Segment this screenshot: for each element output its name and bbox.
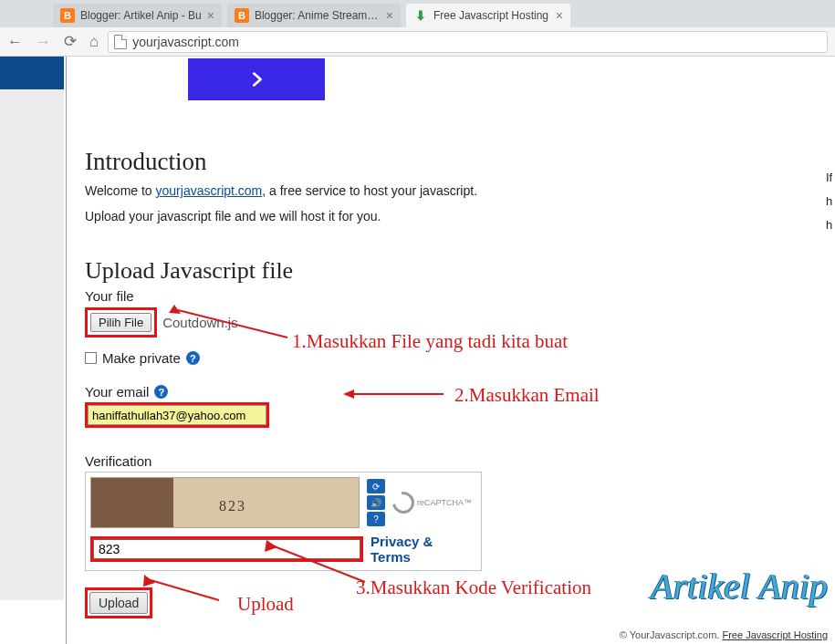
annotation-box: Upload [85,587,152,618]
tab-blogger-1[interactable]: B Blogger: Artikel Anip - Bu × [53,4,222,27]
help-icon[interactable]: ? [186,351,200,365]
private-checkbox[interactable] [85,352,97,364]
tab-strip: B Blogger: Artikel Anip - Bu × B Blogger… [0,0,835,27]
email-label: Your email [85,384,149,400]
outer-body-fragment [0,89,64,600]
tab-title: Free Javascript Hosting [433,9,550,22]
text: , a free service to host your javascript… [262,183,477,198]
address-bar[interactable]: yourjavascript.com [108,31,828,53]
help-icon[interactable]: ? [154,385,168,399]
footer-link[interactable]: Free Javascript Hosting [722,629,828,640]
close-icon[interactable]: × [386,8,393,23]
captcha-digits: 823 [219,498,246,514]
upload-button[interactable]: Upload [89,592,148,614]
annotation-box [85,402,269,428]
verification-label: Verification [85,453,817,469]
hero-next-button[interactable] [188,58,325,100]
email-field[interactable] [88,405,266,425]
annotation-box: Pilih File [85,307,157,338]
captcha-widget: 823 ⟳ 🔊 ? reCAPTCHA™ Privacy & Terms [85,472,482,571]
close-icon[interactable]: × [556,8,563,23]
tab-active[interactable]: ⬇ Free Javascript Hosting × [406,4,570,27]
tab-blogger-2[interactable]: B Blogger: Anime Streaming × [227,4,401,27]
tab-title: Blogger: Artikel Anip - Bu [80,9,202,22]
file-label: Your file [85,288,817,304]
intro-line1: Welcome to yourjavascript.com, a free se… [85,182,817,202]
recaptcha-logo: reCAPTCHA™ [392,492,472,514]
site-icon: ⬇ [413,8,428,23]
annotation-box [90,536,363,562]
captcha-audio-icon[interactable]: 🔊 [367,495,385,510]
url-text: yourjavascript.com [132,35,239,49]
captcha-image: 823 [90,477,360,528]
text: Welcome to [85,183,156,198]
outer-header-fragment [0,57,64,89]
forward-icon[interactable]: → [36,34,51,49]
intro-line2: Upload your javascript file and we will … [85,207,817,227]
recaptcha-icon [388,488,418,518]
captcha-input[interactable] [93,539,360,559]
captcha-refresh-icon[interactable]: ⟳ [367,479,385,493]
recaptcha-text: reCAPTCHA™ [417,498,472,507]
blogger-icon: B [235,8,249,23]
private-label: Make private [102,350,181,366]
chevron-right-icon [246,69,266,89]
cutoff-text: If h h [826,166,835,237]
upload-heading: Upload Javascript file [85,257,817,285]
intro-heading: Introduction [85,148,817,176]
captcha-help-icon[interactable]: ? [367,512,385,526]
browser-toolbar: ← → ⟳ ⌂ yourjavascript.com [0,27,835,57]
page-icon [114,35,127,49]
back-icon[interactable]: ← [7,34,23,49]
privacy-terms-link[interactable]: Privacy & Terms [371,534,474,565]
choose-file-button[interactable]: Pilih File [90,313,151,332]
blogger-icon: B [60,8,75,23]
home-icon[interactable]: ⌂ [89,34,99,49]
page: Introduction Welcome to yourjavascript.c… [66,57,835,644]
footer-text: © YourJavascript.com. [620,629,723,640]
footer: © YourJavascript.com. Free Javascript Ho… [620,629,828,640]
reload-icon[interactable]: ⟳ [64,34,77,49]
site-link[interactable]: yourjavascript.com [156,183,263,198]
tab-title: Blogger: Anime Streaming [255,9,381,22]
selected-filename: Coutdown.js [162,315,238,330]
close-icon[interactable]: × [207,8,214,23]
